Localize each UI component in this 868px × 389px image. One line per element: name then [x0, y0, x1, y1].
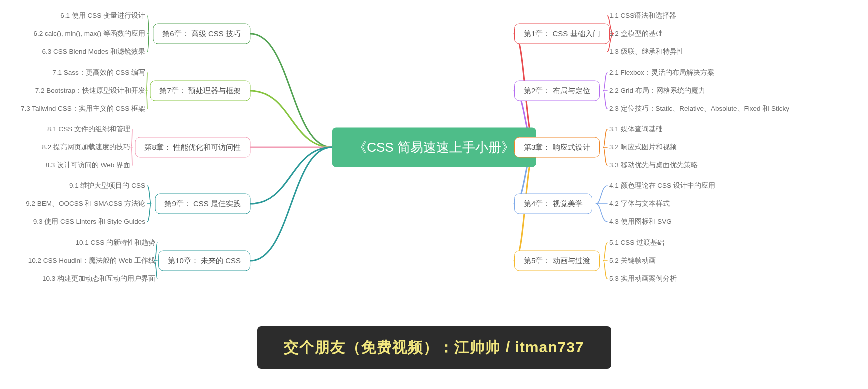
- leaf-list-4: 4.1 颜色理论在 CSS 设计中的应用 4.2 字体与文本样式 4.3 使用图…: [609, 182, 715, 226]
- leaf-list-5: 5.1 CSS 过渡基础 5.2 关键帧动画 5.3 实用动画案例分析: [609, 238, 677, 284]
- leaf: 9.2 BEM、OOCSS 和 SMACSS 方法论: [26, 200, 145, 208]
- chapter-node-9[interactable]: 第9章： CSS 最佳实践: [155, 194, 250, 214]
- leaf: 8.2 提高网页加载速度的技巧: [42, 143, 130, 152]
- leaf-list-6: 6.1 使用 CSS 变量进行设计 6.2 calc(), min(), max…: [33, 12, 145, 56]
- leaf-list-3: 3.1 媒体查询基础 3.2 响应式图片和视频 3.3 移动优先与桌面优先策略: [609, 125, 698, 170]
- leaf: 5.1 CSS 过渡基础: [609, 238, 677, 248]
- chapter-node-7[interactable]: 第7章： 预处理器与框架: [150, 81, 250, 102]
- leaf: 1.3 级联、继承和特异性: [609, 48, 684, 56]
- leaf: 3.1 媒体查询基础: [609, 125, 698, 134]
- center-node[interactable]: 《CSS 简易速速上手小册》: [332, 128, 536, 168]
- leaf: 3.2 响应式图片和视频: [609, 143, 698, 152]
- leaf-list-10: 10.1 CSS 的新特性和趋势 10.2 CSS Houdini：魔法般的 W…: [28, 238, 155, 284]
- chapter-node-8[interactable]: 第8章： 性能优化和可访问性: [135, 138, 250, 158]
- leaf: 9.1 维护大型项目的 CSS: [26, 182, 145, 190]
- chapter-node-10[interactable]: 第10章： 未来的 CSS: [158, 251, 250, 272]
- leaf-list-7: 7.1 Sass：更高效的 CSS 编写 7.2 Bootstrap：快速原型设…: [21, 68, 145, 114]
- chapter-node-5[interactable]: 第5章： 动画与过渡: [514, 251, 600, 272]
- leaf-list-8: 8.1 CSS 文件的组织和管理 8.2 提高网页加载速度的技巧 8.3 设计可…: [42, 125, 130, 170]
- leaf: 6.1 使用 CSS 变量进行设计: [33, 12, 145, 20]
- leaf: 3.3 移动优先与桌面优先策略: [609, 161, 698, 170]
- leaf: 4.2 字体与文本样式: [609, 200, 715, 208]
- leaf: 6.3 CSS Blend Modes 和滤镜效果: [33, 48, 145, 56]
- leaf-list-9: 9.1 维护大型项目的 CSS 9.2 BEM、OOCSS 和 SMACSS 方…: [26, 182, 145, 226]
- leaf: 1.2 盒模型的基础: [609, 30, 684, 38]
- chapter-node-1[interactable]: 第1章： CSS 基础入门: [514, 24, 610, 44]
- leaf: 7.3 Tailwind CSS：实用主义的 CSS 框架: [21, 104, 145, 114]
- leaf: 2.2 Grid 布局：网格系统的魔力: [609, 86, 789, 96]
- leaf: 4.1 颜色理论在 CSS 设计中的应用: [609, 182, 715, 190]
- leaf: 10.3 构建更加动态和互动的用户界面: [28, 274, 155, 284]
- chapter-node-3[interactable]: 第3章： 响应式设计: [514, 138, 600, 158]
- leaf: 5.3 实用动画案例分析: [609, 274, 677, 284]
- leaf: 9.3 使用 CSS Linters 和 Style Guides: [26, 218, 145, 226]
- leaf-list-2: 2.1 Flexbox：灵活的布局解决方案 2.2 Grid 布局：网格系统的魔…: [609, 68, 789, 114]
- footer-banner: 交个朋友（免费视频）：江帅帅 / itman737: [257, 326, 611, 369]
- leaf: 10.1 CSS 的新特性和趋势: [28, 238, 155, 248]
- leaf: 7.2 Bootstrap：快速原型设计和开发: [21, 86, 145, 96]
- mindmap-stage: 《CSS 简易速速上手小册》 第1章： CSS 基础入门 第2章： 布局与定位 …: [0, 0, 868, 389]
- chapter-node-2[interactable]: 第2章： 布局与定位: [514, 81, 600, 102]
- leaf: 6.2 calc(), min(), max() 等函数的应用: [33, 30, 145, 38]
- leaf: 8.3 设计可访问的 Web 界面: [42, 161, 130, 170]
- leaf: 4.3 使用图标和 SVG: [609, 218, 715, 226]
- leaf: 2.1 Flexbox：灵活的布局解决方案: [609, 68, 789, 78]
- leaf: 10.2 CSS Houdini：魔法般的 Web 工作线: [28, 256, 155, 266]
- leaf: 1.1 CSS语法和选择器: [609, 12, 684, 20]
- leaf: 7.1 Sass：更高效的 CSS 编写: [21, 68, 145, 78]
- leaf: 2.3 定位技巧：Static、Relative、Absolute、Fixed …: [609, 104, 789, 114]
- chapter-node-6[interactable]: 第6章： 高级 CSS 技巧: [153, 24, 250, 44]
- leaf: 5.2 关键帧动画: [609, 256, 677, 266]
- chapter-node-4[interactable]: 第4章： 视觉美学: [514, 194, 592, 214]
- leaf: 8.1 CSS 文件的组织和管理: [42, 125, 130, 134]
- leaf-list-1: 1.1 CSS语法和选择器 1.2 盒模型的基础 1.3 级联、继承和特异性: [609, 12, 684, 56]
